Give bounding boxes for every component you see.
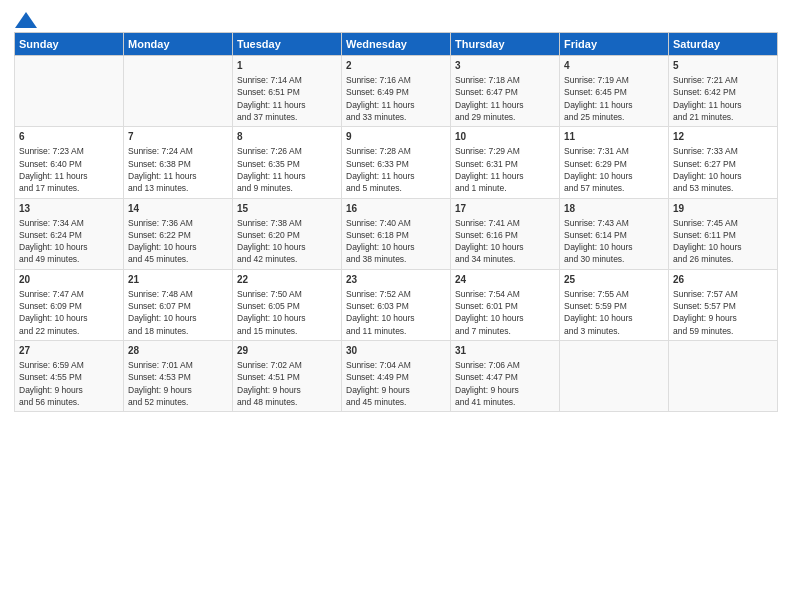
cell-5-2: 28Sunrise: 7:01 AMSunset: 4:53 PMDayligh… — [124, 341, 233, 412]
cell-content: Sunrise: 7:38 AMSunset: 6:20 PMDaylight:… — [237, 217, 337, 266]
day-number: 21 — [128, 273, 228, 287]
cell-content: Sunrise: 7:04 AMSunset: 4:49 PMDaylight:… — [346, 359, 446, 408]
cell-1-2 — [124, 56, 233, 127]
cell-content: Sunrise: 7:19 AMSunset: 6:45 PMDaylight:… — [564, 74, 664, 123]
cell-content: Sunrise: 7:29 AMSunset: 6:31 PMDaylight:… — [455, 145, 555, 194]
cell-3-1: 13Sunrise: 7:34 AMSunset: 6:24 PMDayligh… — [15, 198, 124, 269]
cell-content: Sunrise: 7:14 AMSunset: 6:51 PMDaylight:… — [237, 74, 337, 123]
day-number: 8 — [237, 130, 337, 144]
day-number: 20 — [19, 273, 119, 287]
cell-content: Sunrise: 6:59 AMSunset: 4:55 PMDaylight:… — [19, 359, 119, 408]
cell-5-5: 31Sunrise: 7:06 AMSunset: 4:47 PMDayligh… — [451, 341, 560, 412]
svg-marker-0 — [15, 12, 37, 28]
cell-content: Sunrise: 7:23 AMSunset: 6:40 PMDaylight:… — [19, 145, 119, 194]
logo-icon — [15, 12, 37, 28]
cell-content: Sunrise: 7:06 AMSunset: 4:47 PMDaylight:… — [455, 359, 555, 408]
col-header-wednesday: Wednesday — [342, 33, 451, 56]
cell-content: Sunrise: 7:57 AMSunset: 5:57 PMDaylight:… — [673, 288, 773, 337]
cell-4-1: 20Sunrise: 7:47 AMSunset: 6:09 PMDayligh… — [15, 269, 124, 340]
cell-4-4: 23Sunrise: 7:52 AMSunset: 6:03 PMDayligh… — [342, 269, 451, 340]
cell-3-2: 14Sunrise: 7:36 AMSunset: 6:22 PMDayligh… — [124, 198, 233, 269]
cell-1-1 — [15, 56, 124, 127]
header — [14, 12, 778, 24]
cell-4-6: 25Sunrise: 7:55 AMSunset: 5:59 PMDayligh… — [560, 269, 669, 340]
cell-content: Sunrise: 7:33 AMSunset: 6:27 PMDaylight:… — [673, 145, 773, 194]
day-number: 10 — [455, 130, 555, 144]
cell-content: Sunrise: 7:21 AMSunset: 6:42 PMDaylight:… — [673, 74, 773, 123]
day-number: 6 — [19, 130, 119, 144]
col-header-friday: Friday — [560, 33, 669, 56]
cell-content: Sunrise: 7:52 AMSunset: 6:03 PMDaylight:… — [346, 288, 446, 337]
cell-content: Sunrise: 7:40 AMSunset: 6:18 PMDaylight:… — [346, 217, 446, 266]
day-number: 12 — [673, 130, 773, 144]
day-number: 29 — [237, 344, 337, 358]
cell-content: Sunrise: 7:24 AMSunset: 6:38 PMDaylight:… — [128, 145, 228, 194]
day-number: 26 — [673, 273, 773, 287]
day-number: 11 — [564, 130, 664, 144]
cell-content: Sunrise: 7:28 AMSunset: 6:33 PMDaylight:… — [346, 145, 446, 194]
cell-2-6: 11Sunrise: 7:31 AMSunset: 6:29 PMDayligh… — [560, 127, 669, 198]
week-row-5: 27Sunrise: 6:59 AMSunset: 4:55 PMDayligh… — [15, 341, 778, 412]
cell-2-7: 12Sunrise: 7:33 AMSunset: 6:27 PMDayligh… — [669, 127, 778, 198]
cell-content: Sunrise: 7:26 AMSunset: 6:35 PMDaylight:… — [237, 145, 337, 194]
week-row-4: 20Sunrise: 7:47 AMSunset: 6:09 PMDayligh… — [15, 269, 778, 340]
cell-content: Sunrise: 7:16 AMSunset: 6:49 PMDaylight:… — [346, 74, 446, 123]
day-number: 16 — [346, 202, 446, 216]
cell-content: Sunrise: 7:34 AMSunset: 6:24 PMDaylight:… — [19, 217, 119, 266]
day-number: 4 — [564, 59, 664, 73]
cell-content: Sunrise: 7:18 AMSunset: 6:47 PMDaylight:… — [455, 74, 555, 123]
week-row-2: 6Sunrise: 7:23 AMSunset: 6:40 PMDaylight… — [15, 127, 778, 198]
cell-3-6: 18Sunrise: 7:43 AMSunset: 6:14 PMDayligh… — [560, 198, 669, 269]
cell-content: Sunrise: 7:50 AMSunset: 6:05 PMDaylight:… — [237, 288, 337, 337]
cell-content: Sunrise: 7:47 AMSunset: 6:09 PMDaylight:… — [19, 288, 119, 337]
cell-4-7: 26Sunrise: 7:57 AMSunset: 5:57 PMDayligh… — [669, 269, 778, 340]
col-header-tuesday: Tuesday — [233, 33, 342, 56]
cell-3-5: 17Sunrise: 7:41 AMSunset: 6:16 PMDayligh… — [451, 198, 560, 269]
day-number: 30 — [346, 344, 446, 358]
week-row-3: 13Sunrise: 7:34 AMSunset: 6:24 PMDayligh… — [15, 198, 778, 269]
page: SundayMondayTuesdayWednesdayThursdayFrid… — [0, 0, 792, 612]
cell-2-4: 9Sunrise: 7:28 AMSunset: 6:33 PMDaylight… — [342, 127, 451, 198]
cell-content: Sunrise: 7:02 AMSunset: 4:51 PMDaylight:… — [237, 359, 337, 408]
cell-content: Sunrise: 7:36 AMSunset: 6:22 PMDaylight:… — [128, 217, 228, 266]
cell-5-4: 30Sunrise: 7:04 AMSunset: 4:49 PMDayligh… — [342, 341, 451, 412]
day-number: 15 — [237, 202, 337, 216]
day-number: 9 — [346, 130, 446, 144]
day-number: 24 — [455, 273, 555, 287]
day-number: 5 — [673, 59, 773, 73]
cell-content: Sunrise: 7:43 AMSunset: 6:14 PMDaylight:… — [564, 217, 664, 266]
cell-content: Sunrise: 7:01 AMSunset: 4:53 PMDaylight:… — [128, 359, 228, 408]
col-header-saturday: Saturday — [669, 33, 778, 56]
cell-content: Sunrise: 7:54 AMSunset: 6:01 PMDaylight:… — [455, 288, 555, 337]
day-number: 23 — [346, 273, 446, 287]
cell-2-1: 6Sunrise: 7:23 AMSunset: 6:40 PMDaylight… — [15, 127, 124, 198]
day-number: 2 — [346, 59, 446, 73]
cell-5-3: 29Sunrise: 7:02 AMSunset: 4:51 PMDayligh… — [233, 341, 342, 412]
day-number: 31 — [455, 344, 555, 358]
day-number: 19 — [673, 202, 773, 216]
cell-1-5: 3Sunrise: 7:18 AMSunset: 6:47 PMDaylight… — [451, 56, 560, 127]
cell-5-1: 27Sunrise: 6:59 AMSunset: 4:55 PMDayligh… — [15, 341, 124, 412]
header-row: SundayMondayTuesdayWednesdayThursdayFrid… — [15, 33, 778, 56]
col-header-monday: Monday — [124, 33, 233, 56]
cell-content: Sunrise: 7:31 AMSunset: 6:29 PMDaylight:… — [564, 145, 664, 194]
cell-content: Sunrise: 7:41 AMSunset: 6:16 PMDaylight:… — [455, 217, 555, 266]
cell-2-3: 8Sunrise: 7:26 AMSunset: 6:35 PMDaylight… — [233, 127, 342, 198]
cell-5-7 — [669, 341, 778, 412]
day-number: 1 — [237, 59, 337, 73]
col-header-sunday: Sunday — [15, 33, 124, 56]
col-header-thursday: Thursday — [451, 33, 560, 56]
cell-1-6: 4Sunrise: 7:19 AMSunset: 6:45 PMDaylight… — [560, 56, 669, 127]
day-number: 18 — [564, 202, 664, 216]
day-number: 13 — [19, 202, 119, 216]
day-number: 25 — [564, 273, 664, 287]
day-number: 28 — [128, 344, 228, 358]
week-row-1: 1Sunrise: 7:14 AMSunset: 6:51 PMDaylight… — [15, 56, 778, 127]
day-number: 17 — [455, 202, 555, 216]
calendar-table: SundayMondayTuesdayWednesdayThursdayFrid… — [14, 32, 778, 412]
cell-4-5: 24Sunrise: 7:54 AMSunset: 6:01 PMDayligh… — [451, 269, 560, 340]
cell-content: Sunrise: 7:55 AMSunset: 5:59 PMDaylight:… — [564, 288, 664, 337]
day-number: 22 — [237, 273, 337, 287]
cell-3-7: 19Sunrise: 7:45 AMSunset: 6:11 PMDayligh… — [669, 198, 778, 269]
cell-1-7: 5Sunrise: 7:21 AMSunset: 6:42 PMDaylight… — [669, 56, 778, 127]
